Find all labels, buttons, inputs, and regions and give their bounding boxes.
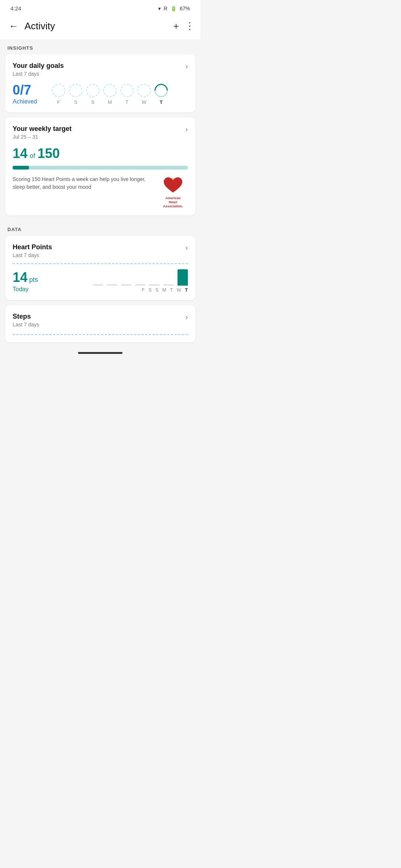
steps-card[interactable]: Steps Last 7 days › (5, 305, 195, 342)
day-label-s1: S (74, 99, 78, 105)
heart-points-chart: F S S M T W T (93, 269, 188, 293)
day-circles-row: F S S M T (52, 84, 168, 105)
chart-label-m: M (162, 287, 166, 293)
page-title: Activity (25, 20, 173, 32)
goals-achieved-number: 0/7 (13, 83, 46, 97)
weekly-target-current: 14 (13, 147, 27, 160)
chart-label-s2: S (155, 287, 159, 293)
steps-title: Steps (13, 313, 39, 320)
weekly-target-title: Your weekly target (13, 125, 72, 133)
r-icon: R (164, 6, 167, 11)
day-circle-w (137, 84, 151, 97)
bar-w (163, 284, 174, 286)
bar-col-t2 (177, 269, 188, 286)
day-col-w: W (137, 84, 151, 105)
heart-points-subtitle: Last 7 days (13, 252, 52, 258)
aha-logo-text: AmericanHeartAssociation. (163, 196, 183, 208)
home-indicator (78, 352, 123, 354)
day-circle-f (52, 84, 65, 97)
daily-goals-title: Your daily goals (13, 62, 64, 70)
weekly-target-card[interactable]: Your weekly target Jul 25 – 31 › 14 of 1… (5, 118, 195, 216)
daily-goals-subtitle: Last 7 days (13, 71, 64, 77)
back-button[interactable]: ← (6, 19, 22, 33)
weekly-target-chevron: › (185, 125, 188, 134)
bar-f (93, 284, 103, 286)
day-label-m: M (108, 99, 112, 105)
steps-chevron: › (185, 313, 188, 321)
weekly-progress-track (13, 166, 188, 170)
bar-t1 (149, 284, 160, 286)
bar-col-s2 (121, 284, 131, 286)
bar-col-t1 (149, 284, 160, 286)
day-circle-t2-active (152, 81, 171, 100)
chart-label-t1: T (170, 287, 173, 293)
bar-col-m (135, 284, 146, 286)
day-col-s1: S (69, 84, 82, 105)
toolbar: ← Activity + ⋮ (0, 15, 200, 39)
day-col-m: M (103, 84, 117, 105)
wifi-icon: ▾ (158, 6, 161, 11)
bar-s2 (121, 284, 131, 286)
chart-label-w: W (177, 287, 181, 293)
daily-goals-card[interactable]: Your daily goals Last 7 days › 0/7 Achie… (5, 55, 195, 112)
day-circle-s1 (69, 84, 82, 97)
weekly-target-date: Jul 25 – 31 (13, 134, 72, 140)
add-button[interactable]: + (173, 20, 179, 32)
day-label-t2: T (160, 99, 163, 105)
steps-subtitle: Last 7 days (13, 322, 39, 328)
day-label-w: W (142, 99, 146, 105)
chart-label-t2: T (185, 287, 188, 293)
day-label-t1: T (125, 99, 128, 105)
status-bar: 4:24 ▾ R 🔋 67% (0, 0, 200, 15)
data-section-label: DATA (0, 221, 200, 236)
weekly-target-of: of (30, 152, 35, 160)
day-col-f: F (52, 84, 65, 105)
bar-col-s1 (107, 284, 117, 286)
heart-points-title: Heart Points (13, 243, 52, 251)
battery-icon: 🔋 (170, 6, 177, 11)
insights-section-label: INSIGHTS (0, 39, 200, 55)
aha-heart-icon (163, 175, 183, 195)
bottom-bar (0, 348, 200, 361)
day-col-t1: T (120, 84, 134, 105)
day-circle-s2 (86, 84, 100, 97)
chart-day-labels: F S S M T W T (93, 287, 188, 293)
heart-points-chevron: › (185, 243, 188, 252)
daily-goals-chevron: › (185, 62, 188, 70)
heart-points-period: Today (13, 286, 38, 293)
bar-m (135, 284, 146, 286)
weekly-target-description: Scoring 150 Heart Points a week can help… (13, 175, 154, 191)
day-col-s2: S (86, 84, 100, 105)
heart-points-dashed-line (13, 263, 188, 264)
aha-logo: AmericanHeartAssociation. (158, 175, 188, 208)
weekly-target-max: 150 (38, 146, 60, 161)
battery-percent: 67% (180, 6, 190, 11)
bar-s1 (107, 284, 117, 286)
chart-label-s1: S (149, 287, 152, 293)
status-time: 4:24 (10, 5, 21, 11)
day-label-f: F (57, 99, 60, 105)
day-circle-t1 (120, 84, 134, 97)
heart-points-unit: pts (29, 276, 38, 283)
day-circle-m (103, 84, 117, 97)
bar-col-w (163, 284, 174, 286)
day-label-s2: S (91, 99, 95, 105)
heart-points-card[interactable]: Heart Points Last 7 days › 14 pts Today (5, 236, 195, 300)
weekly-progress-fill (13, 166, 29, 170)
bar-col-f (93, 284, 103, 286)
chart-label-f: F (142, 287, 145, 293)
steps-dashed-line (13, 334, 188, 335)
day-col-t2: T (154, 84, 168, 105)
heart-points-value: 14 (13, 270, 27, 285)
goals-achieved-label: Achieved (13, 98, 46, 105)
bar-t2-active (177, 269, 188, 286)
more-button[interactable]: ⋮ (185, 20, 195, 32)
